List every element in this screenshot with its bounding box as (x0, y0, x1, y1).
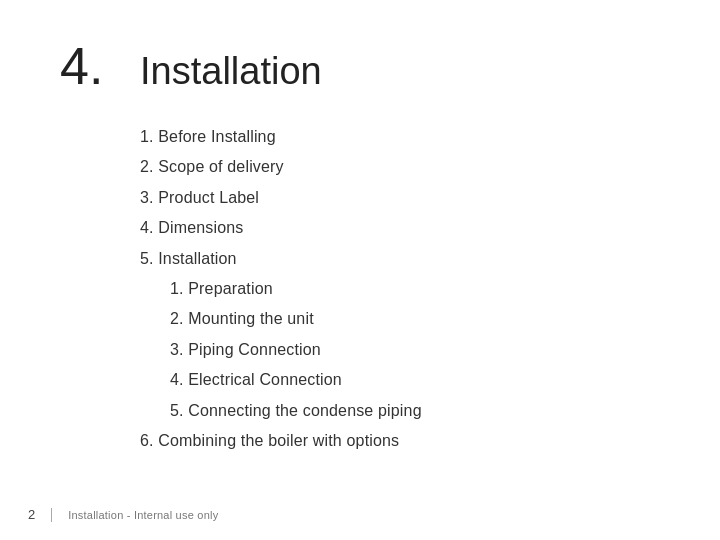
footer-note: Installation - Internal use only (68, 509, 218, 521)
footer-page-number: 2 (28, 507, 35, 522)
main-list-item: 4. Dimensions (140, 213, 660, 243)
sub-list-item: 3. Piping Connection (170, 335, 660, 365)
main-list-item: 5. Installation1. Preparation2. Mounting… (140, 244, 660, 426)
main-list-item: 1. Before Installing (140, 122, 660, 152)
main-list: 1. Before Installing2. Scope of delivery… (140, 122, 660, 456)
sub-list-item: 4. Electrical Connection (170, 365, 660, 395)
main-list-item: 3. Product Label (140, 183, 660, 213)
content-area: 1. Before Installing2. Scope of delivery… (60, 122, 660, 510)
footer-divider (51, 508, 52, 522)
section-title: Installation (140, 52, 322, 90)
main-list-item: 6. Combining the boiler with options (140, 426, 660, 456)
sub-list-item: 5. Connecting the condense piping (170, 396, 660, 426)
section-number: 4. (60, 40, 110, 92)
main-list-item: 2. Scope of delivery (140, 152, 660, 182)
sub-list-item: 1. Preparation (170, 274, 660, 304)
footer: 2 Installation - Internal use only (28, 507, 218, 522)
sub-list-item: 2. Mounting the unit (170, 304, 660, 334)
page-container: 4. Installation 1. Before Installing2. S… (0, 0, 720, 540)
sub-list: 1. Preparation2. Mounting the unit3. Pip… (140, 274, 660, 426)
header-row: 4. Installation (60, 40, 660, 92)
